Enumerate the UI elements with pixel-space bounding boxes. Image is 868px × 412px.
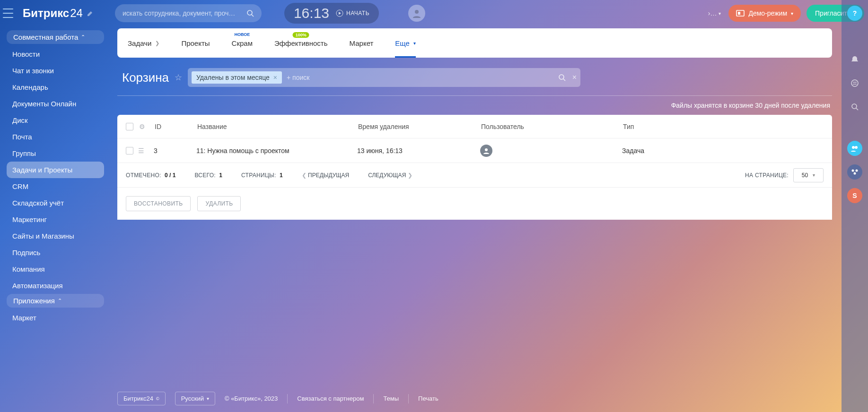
clock-time: 16:13: [294, 5, 329, 21]
footer-brand[interactable]: Битрикс24©: [117, 392, 166, 405]
footer-lang[interactable]: Русский▾: [175, 392, 215, 405]
chevron-left-icon: ❮: [302, 172, 307, 179]
clock-start-button[interactable]: НАЧАТЬ: [336, 9, 369, 17]
sidebar-item-marketing[interactable]: Маркетинг: [7, 211, 104, 228]
svg-line-1: [252, 15, 254, 17]
pencil-icon[interactable]: [87, 9, 94, 17]
footer-print[interactable]: Печать: [418, 395, 438, 402]
app-suffix: 24: [70, 7, 83, 20]
tab-more[interactable]: Еще▾: [395, 28, 416, 58]
global-search-input[interactable]: [123, 9, 246, 17]
table-header: ⚙ ID Название Время удаления Пользовател…: [117, 115, 832, 138]
col-id[interactable]: ID: [145, 123, 197, 130]
footer-copyright: © «Битрикс», 2023: [225, 395, 278, 402]
footer: Битрикс24© Русский▾ © «Битрикс», 2023 Св…: [117, 392, 806, 405]
chevron-right-icon: ❯: [155, 40, 159, 46]
sidebar-item-disk[interactable]: Диск: [7, 112, 104, 129]
filter-bar[interactable]: Удалены в этом месяце × ×: [188, 68, 580, 87]
sidebar-item-groups[interactable]: Группы: [7, 145, 104, 162]
col-name[interactable]: Название: [197, 123, 358, 130]
next-page[interactable]: СЛЕДУЮЩАЯ ❯: [368, 172, 412, 179]
user-avatar-small[interactable]: [480, 145, 492, 157]
pagination-bar: ОТМЕЧЕНО: 0 / 1 ВСЕГО: 1 СТРАНИЦЫ: 1 ❮ П…: [117, 163, 832, 188]
trash-table: ⚙ ID Название Время удаления Пользовател…: [117, 115, 832, 220]
chevron-up-icon: ⌃: [81, 34, 85, 40]
sidebar-item-mail[interactable]: Почта: [7, 129, 104, 145]
tabs-bar: Задачи❯ Проекты НОВОЕСкрам 100%Эффективн…: [117, 28, 832, 58]
page-title: Корзина: [122, 70, 169, 85]
sidebar-item-market[interactable]: Маркет: [7, 309, 104, 326]
sidebar-item-sign[interactable]: Подпись: [7, 244, 104, 261]
gear-icon[interactable]: ⚙: [139, 123, 145, 130]
tab-scrum[interactable]: НОВОЕСкрам: [232, 28, 253, 58]
chevron-down-icon: ▾: [791, 11, 793, 16]
app-logo[interactable]: Битрикс 24: [23, 7, 94, 20]
people-icon[interactable]: [847, 141, 862, 156]
search-icon[interactable]: [558, 74, 566, 81]
chevron-down-icon: ▾: [207, 396, 209, 401]
chevron-right-icon: ❯: [408, 172, 412, 179]
svg-point-7: [851, 80, 858, 86]
chat-icon[interactable]: [847, 76, 862, 91]
select-all-checkbox[interactable]: [126, 123, 133, 130]
sidebar-item-news[interactable]: Новости: [7, 46, 104, 62]
footer-themes[interactable]: Темы: [383, 395, 399, 402]
cell-type: Задача: [622, 147, 824, 154]
sidebar-item-tasks[interactable]: Задачи и Проекты: [7, 162, 104, 178]
per-page-select[interactable]: 50▾: [793, 168, 824, 182]
right-rail: ? S: [842, 0, 868, 412]
tab-tasks[interactable]: Задачи❯: [128, 28, 159, 58]
sidebar-item-inventory[interactable]: Складской учёт: [7, 195, 104, 211]
svg-marker-3: [339, 12, 341, 15]
sidebar-item-automation[interactable]: Автоматизация: [7, 277, 104, 294]
svg-point-14: [852, 170, 854, 172]
user-avatar[interactable]: [408, 5, 425, 22]
hamburger-menu-icon[interactable]: [3, 9, 13, 18]
svg-rect-6: [738, 12, 740, 15]
svg-point-19: [485, 148, 488, 151]
tab-market[interactable]: Маркет: [350, 28, 374, 58]
sidebar-item-crm[interactable]: CRM: [7, 178, 104, 195]
sidebar-item-docs[interactable]: Документы Онлайн: [7, 95, 104, 112]
demo-mode-button[interactable]: Демо-режим ▾: [728, 5, 801, 22]
sidebar-group-collab[interactable]: Совместная работа ⌃: [7, 30, 104, 44]
table-row[interactable]: ☰ 3 11: Нужна помощь с проектом 13 июня,…: [117, 138, 832, 163]
rail-s-badge[interactable]: S: [847, 188, 862, 203]
notifications-icon[interactable]: [847, 52, 862, 67]
help-button[interactable]: ?: [847, 6, 862, 21]
svg-line-18: [563, 79, 565, 81]
sidebar-item-calendar[interactable]: Календарь: [7, 79, 104, 95]
filter-chip[interactable]: Удалены в этом месяце ×: [192, 71, 282, 84]
search-rail-icon[interactable]: [847, 99, 862, 114]
svg-point-4: [415, 10, 419, 14]
tab-projects[interactable]: Проекты: [181, 28, 210, 58]
group-icon[interactable]: [847, 164, 862, 180]
sidebar: Совместная работа ⌃ Новости Чат и звонки…: [0, 26, 108, 412]
drag-handle-icon[interactable]: ☰: [138, 147, 144, 154]
user-menu[interactable]: ›…▾: [708, 9, 721, 17]
tab-efficiency[interactable]: 100%Эффективность: [274, 28, 328, 58]
footer-partner[interactable]: Связаться с партнером: [297, 395, 364, 402]
col-user[interactable]: Пользователь: [481, 123, 623, 130]
prev-page[interactable]: ❮ ПРЕДЫДУЩАЯ: [302, 172, 350, 179]
app-name: Битрикс: [23, 7, 69, 20]
restore-button[interactable]: ВОССТАНОВИТЬ: [126, 196, 191, 211]
sidebar-group-apps[interactable]: Приложения ⌃: [7, 294, 104, 308]
clock-widget[interactable]: 16:13 НАЧАТЬ: [284, 3, 379, 24]
star-icon[interactable]: ☆: [175, 72, 182, 83]
row-checkbox[interactable]: [126, 147, 133, 154]
svg-point-15: [856, 170, 858, 172]
filter-search-input[interactable]: [287, 74, 553, 81]
sidebar-item-sites[interactable]: Сайты и Магазины: [7, 228, 104, 244]
sidebar-item-company[interactable]: Компания: [7, 261, 104, 277]
col-type[interactable]: Тип: [623, 123, 824, 130]
chevron-down-icon: ▾: [413, 41, 416, 46]
svg-point-13: [855, 146, 858, 149]
delete-button[interactable]: УДАЛИТЬ: [197, 196, 241, 211]
search-icon: [246, 9, 254, 17]
global-search[interactable]: [115, 4, 262, 22]
chip-close-icon[interactable]: ×: [273, 74, 277, 81]
sidebar-item-chat[interactable]: Чат и звонки: [7, 62, 104, 79]
filter-clear-icon[interactable]: ×: [572, 73, 577, 82]
col-time[interactable]: Время удаления: [358, 123, 481, 130]
